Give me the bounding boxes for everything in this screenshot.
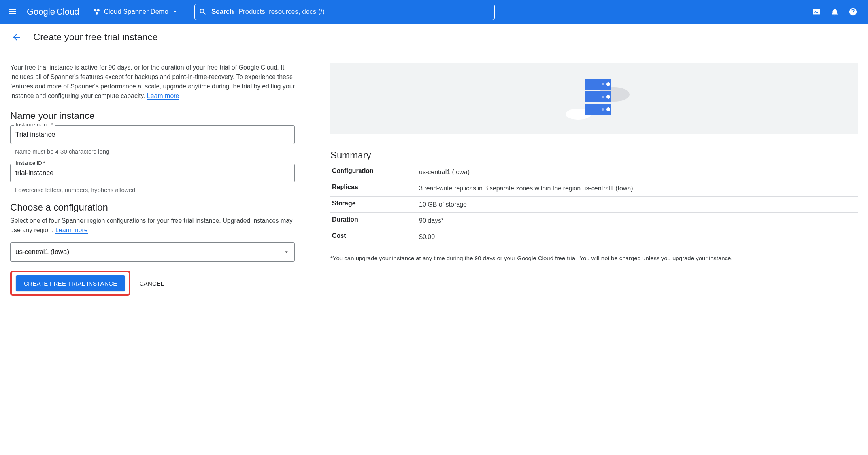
- search-label: Search: [211, 8, 234, 16]
- search-box[interactable]: Search: [194, 4, 495, 20]
- instance-name-field: Instance name *: [10, 125, 295, 144]
- back-button[interactable]: [10, 31, 23, 43]
- topbar: Google Cloud Cloud Spanner Demo Search: [0, 0, 868, 24]
- caret-down-icon: [283, 248, 290, 256]
- svg-point-6: [606, 82, 610, 86]
- arrow-back-icon: [11, 32, 22, 42]
- page-title: Create your free trial instance: [33, 32, 158, 43]
- summary-row: Replicas3 read-write replicas in 3 separ…: [330, 180, 858, 197]
- instance-id-label: Instance ID *: [14, 160, 47, 166]
- summary-key: Replicas: [330, 180, 417, 197]
- configuration-select[interactable]: us-central1 (Iowa): [10, 242, 295, 262]
- intro-paragraph: Your free trial instance is active for 9…: [10, 63, 295, 101]
- summary-key: Configuration: [330, 164, 417, 180]
- summary-key: Storage: [330, 197, 417, 213]
- highlight-annotation: CREATE FREE TRIAL INSTANCE: [10, 271, 130, 296]
- search-icon: [199, 8, 207, 16]
- cloud-shell-icon: [812, 8, 821, 16]
- help-button[interactable]: [845, 4, 861, 20]
- project-picker[interactable]: Cloud Spanner Demo: [90, 6, 181, 17]
- instance-name-label: Instance name *: [14, 122, 55, 128]
- project-icon: [93, 8, 100, 15]
- instance-name-input[interactable]: [10, 125, 295, 144]
- topbar-right-icons: [809, 4, 863, 20]
- search-input[interactable]: [239, 8, 491, 16]
- config-learn-more-link[interactable]: Learn more: [55, 227, 88, 234]
- summary-footnote: *You can upgrade your instance at any ti…: [330, 254, 858, 263]
- summary-value: $0.00: [417, 229, 858, 245]
- summary-heading: Summary: [330, 150, 858, 161]
- svg-point-7: [602, 83, 604, 85]
- cloud-shell-button[interactable]: [809, 4, 825, 20]
- summary-table: Configurationus-central1 (Iowa) Replicas…: [330, 164, 858, 245]
- brand-logo[interactable]: Google Cloud: [27, 7, 79, 17]
- svg-point-13: [602, 108, 604, 111]
- summary-row: Cost$0.00: [330, 229, 858, 245]
- config-description: Select one of four Spanner region config…: [10, 216, 295, 235]
- section-name-heading: Name your instance: [10, 110, 295, 121]
- summary-row: Storage10 GB of storage: [330, 197, 858, 213]
- configuration-selected-value: us-central1 (Iowa): [15, 248, 69, 256]
- svg-point-12: [606, 107, 610, 111]
- content-grid: Your free trial instance is active for 9…: [0, 51, 868, 308]
- summary-row: Configurationus-central1 (Iowa): [330, 164, 858, 180]
- section-config-heading: Choose a configuration: [10, 202, 295, 213]
- summary-value: us-central1 (Iowa): [417, 164, 858, 180]
- menu-icon: [8, 7, 17, 17]
- summary-value: 10 GB of storage: [417, 197, 858, 213]
- servers-illustration-icon: [555, 71, 634, 126]
- action-row: CREATE FREE TRIAL INSTANCE CANCEL: [10, 271, 295, 296]
- svg-point-2: [96, 12, 98, 15]
- svg-point-10: [602, 96, 604, 98]
- help-icon: [849, 8, 857, 16]
- summary-key: Cost: [330, 229, 417, 245]
- brand-cloud: Cloud: [57, 7, 79, 17]
- caret-down-icon: [172, 8, 179, 15]
- instance-id-field: Instance ID *: [10, 164, 295, 182]
- summary-value: 90 days*: [417, 213, 858, 229]
- svg-point-9: [606, 95, 610, 99]
- learn-more-link[interactable]: Learn more: [147, 92, 179, 100]
- hamburger-menu-button[interactable]: [5, 4, 21, 20]
- instance-name-hint: Name must be 4-30 characters long: [15, 148, 295, 155]
- summary-value: 3 read-write replicas in 3 separate zone…: [417, 180, 858, 197]
- page-header: Create your free trial instance: [0, 24, 868, 51]
- summary-panel: Summary Configurationus-central1 (Iowa) …: [330, 150, 858, 263]
- notifications-button[interactable]: [827, 4, 843, 20]
- form-column: Your free trial instance is active for 9…: [10, 63, 295, 296]
- summary-key: Duration: [330, 213, 417, 229]
- config-desc-text: Select one of four Spanner region config…: [10, 217, 292, 233]
- bell-icon: [830, 8, 839, 16]
- cancel-button[interactable]: CANCEL: [139, 280, 164, 287]
- illustration: [330, 63, 858, 134]
- summary-column: Summary Configurationus-central1 (Iowa) …: [330, 63, 858, 296]
- svg-point-0: [94, 9, 97, 11]
- summary-row: Duration90 days*: [330, 213, 858, 229]
- project-name: Cloud Spanner Demo: [104, 8, 168, 16]
- svg-point-1: [97, 9, 100, 11]
- brand-google: Google: [27, 7, 55, 17]
- create-button[interactable]: CREATE FREE TRIAL INSTANCE: [16, 275, 125, 291]
- instance-id-hint: Lowercase letters, numbers, hyphens allo…: [15, 186, 295, 193]
- instance-id-input[interactable]: [10, 164, 295, 182]
